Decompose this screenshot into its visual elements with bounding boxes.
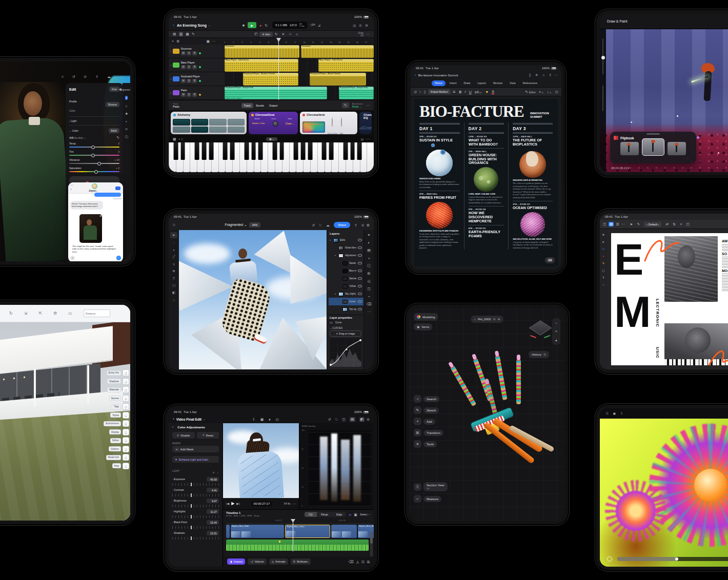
fullscreen-icon[interactable]: ⧉ <box>367 560 370 564</box>
region-pad-2[interactable]: Keyboard Player - Simple Pad <box>339 87 374 99</box>
lock-icon[interactable]: ⚿ <box>606 412 609 415</box>
add-track-icon[interactable]: + <box>172 39 174 43</box>
lasso-tool-icon[interactable]: ◌ <box>170 239 177 245</box>
project-title[interactable]: An Evening Song <box>177 24 207 27</box>
cycle-icon[interactable]: ↻ <box>265 24 268 27</box>
stamp-tool-icon[interactable]: ⊕ <box>170 268 177 274</box>
opacity-slider[interactable] <box>602 86 603 111</box>
slider-value[interactable]: 11.27 <box>207 509 219 514</box>
alchemy-pads[interactable] <box>173 119 245 133</box>
export-icon[interactable]: ⇧ <box>354 223 357 227</box>
highlight-icon[interactable]: ▼ <box>485 90 489 94</box>
record-enable-button[interactable]: R <box>192 65 197 69</box>
slider-thumb[interactable] <box>97 162 101 165</box>
more-icon[interactable]: ⋯ <box>212 39 215 43</box>
auto-button[interactable]: Auto <box>109 87 119 92</box>
play-button[interactable]: ▶ <box>248 22 256 28</box>
plugin-alchemy[interactable]: Alchemy <box>171 112 247 134</box>
close-icon[interactable]: ⊗ <box>99 215 102 217</box>
text-tool-icon[interactable]: T <box>170 275 177 281</box>
layer-row[interactable]: Noise blending <box>329 244 363 252</box>
healing-icon[interactable]: ✚ <box>125 112 128 115</box>
light-section[interactable]: › Light <box>69 119 76 122</box>
mixer-icon[interactable]: ▥ <box>179 32 184 36</box>
edit-sliders-icon[interactable]: ≡ <box>125 96 128 100</box>
record-icon[interactable]: ● <box>259 24 261 27</box>
bar-ruler[interactable]: 1234567891011121314151617 <box>224 38 374 45</box>
sidebar-toggle-icon[interactable]: ◫ <box>603 222 606 226</box>
text-tool-icon[interactable]: T <box>602 276 604 279</box>
select-tool-icon[interactable]: ➤ <box>630 222 633 226</box>
piano-black-key[interactable] <box>258 142 263 160</box>
doc-name[interactable]: Fragmented ⌄ <box>225 223 247 227</box>
flip-h-icon[interactable]: ⇄ <box>665 222 669 226</box>
adjustment-slider[interactable]: ◦ Exposure 45.59 <box>172 477 219 486</box>
solo-button[interactable]: S <box>187 79 191 83</box>
inspector-icon[interactable]: ◩ <box>359 417 365 422</box>
frame-thumb-active[interactable] <box>642 138 664 156</box>
settings-icon[interactable]: ⚙ <box>53 311 57 316</box>
ideas-icon[interactable]: ☀ <box>535 73 538 77</box>
vibrance-slider[interactable] <box>69 163 119 164</box>
tab-track[interactable]: Track <box>241 103 254 108</box>
mute-button[interactable]: M <box>181 65 186 69</box>
eyedropper-icon[interactable]: ✎ <box>116 136 119 139</box>
prev-frame-icon[interactable]: |◀ <box>226 502 229 505</box>
info-icon[interactable]: ⓘ <box>125 135 128 138</box>
tool-icon[interactable]: ○ <box>414 395 421 403</box>
adjustment-slider[interactable]: ◦ Brightness 9.07 <box>172 499 219 507</box>
send-icon[interactable]: ↑ <box>116 256 121 260</box>
mobile-view-icon[interactable]: ▯ <box>529 73 531 77</box>
inspect-button[interactable]: ◨Inspect <box>227 558 245 565</box>
format-painter-icon[interactable]: ▯ <box>424 90 426 94</box>
frame-thumb[interactable] <box>668 142 686 155</box>
redo-icon[interactable]: ↻ <box>419 90 422 94</box>
add-attachment-icon[interactable]: + <box>70 256 75 260</box>
mute-button[interactable]: M <box>181 93 186 97</box>
enhance-button[interactable]: ✦Enhance Light and Color <box>172 456 219 463</box>
power-dot[interactable] <box>302 114 305 116</box>
back-icon[interactable]: ‹ <box>70 187 72 192</box>
axis-icon[interactable]: ▲ <box>555 339 558 342</box>
adjustment-slider[interactable]: ◦ Shadows 15.31 <box>172 531 219 540</box>
curves-histogram[interactable] <box>330 338 361 367</box>
measure-button[interactable]: Measure <box>423 496 441 502</box>
keyframe-icon[interactable]: ⟐ <box>212 471 214 474</box>
keyboard-settings-icon[interactable]: ▦ <box>173 137 176 141</box>
undo-icon[interactable]: ↺ <box>312 223 315 227</box>
tool-row[interactable]: ⊞ Transform <box>414 429 443 437</box>
record-enable-button[interactable]: R <box>192 51 197 55</box>
grid-icon[interactable]: ☰ <box>616 222 619 226</box>
region-bass-2[interactable]: Bass Player - Indie Disco <box>318 59 374 72</box>
tool-icon[interactable]: ✕ <box>414 440 421 448</box>
piano-black-key[interactable] <box>195 142 199 160</box>
home-icon[interactable]: ⌂ <box>173 223 175 227</box>
panel-button[interactable]: ◻ <box>123 420 129 427</box>
share-button[interactable]: Share <box>334 222 350 228</box>
visibility-icon[interactable] <box>358 254 362 257</box>
mic-icon[interactable]: ♦ <box>269 418 271 421</box>
volume-button[interactable]: ◁)Volume <box>248 558 267 565</box>
slider-value[interactable]: 45.59 <box>207 477 219 482</box>
panel-button[interactable]: ◻ <box>123 454 129 461</box>
track-row[interactable]: 3 Keyboard Player M S R <box>169 72 224 86</box>
clip-selected[interactable]: Skyline_Blue_Close <box>285 525 330 538</box>
cpu-icon[interactable]: ◎ <box>353 24 356 27</box>
window-handle-icon[interactable]: ••• <box>70 183 73 187</box>
tuner-icon[interactable]: ⊿ <box>318 24 321 27</box>
piano-black-key[interactable] <box>308 142 312 160</box>
collapse-icon[interactable]: ⌄ <box>217 471 219 474</box>
arrange-area[interactable]: Drummer Drummer Bass Player - Indie Disc… <box>224 45 374 100</box>
indent-icon[interactable]: ▤ <box>555 90 558 94</box>
viewer-zoom[interactable]: 74 % <box>284 502 290 505</box>
render-scrubber[interactable] <box>617 557 728 561</box>
wb-value[interactable]: As shot <box>74 136 83 139</box>
clip-icon[interactable]: ◫ <box>367 287 371 291</box>
layer-row[interactable]: Curve <box>329 298 363 305</box>
piano-black-key[interactable] <box>251 142 256 160</box>
cloud-icon[interactable]: ☁ <box>326 223 330 227</box>
help-icon[interactable]: ⊙ <box>361 223 365 227</box>
presets-icon[interactable]: �gressive <box>119 88 130 91</box>
slider-handle[interactable] <box>601 56 605 59</box>
modeling-button[interactable]: Modeling <box>414 313 438 321</box>
